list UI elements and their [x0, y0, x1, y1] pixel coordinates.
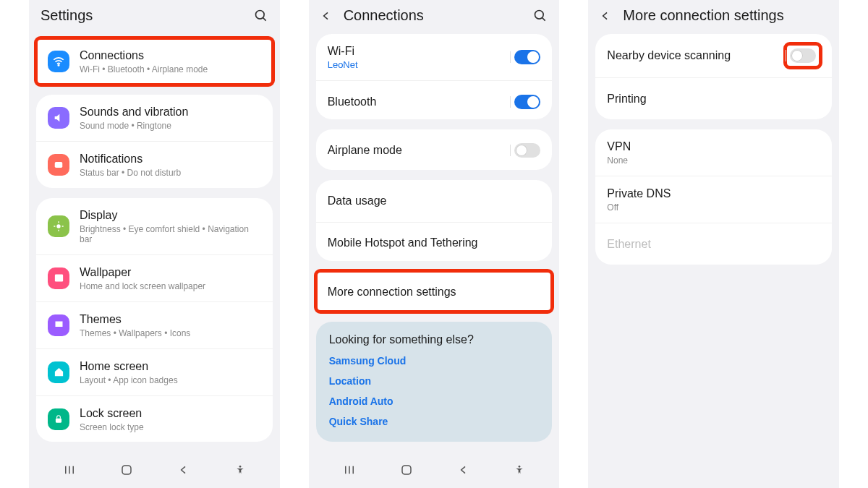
home-button[interactable] — [113, 459, 140, 481]
header: Settings — [29, 0, 280, 38]
back-button[interactable] — [171, 460, 197, 480]
wifi-item[interactable]: Wi-Fi LeoNet — [316, 34, 553, 80]
nearby-toggle-highlight — [786, 44, 820, 67]
more-group: Nearby device scanning Printing — [595, 34, 832, 119]
settings-group: Display Brightness • Eye comfort shield … — [36, 198, 273, 442]
hotspot-item[interactable]: Mobile Hotspot and Tethering — [316, 222, 553, 261]
settings-group: Sounds and vibration Sound mode • Ringto… — [36, 95, 273, 188]
more-connection-screen: More connection settings Nearby device s… — [588, 0, 839, 488]
bluetooth-toggle[interactable] — [514, 95, 540, 109]
connections-group: Wi-Fi LeoNet Bluetooth — [316, 34, 553, 119]
sounds-item[interactable]: Sounds and vibration Sound mode • Ringto… — [36, 95, 273, 141]
home-button[interactable] — [393, 459, 420, 481]
svg-rect-3 — [55, 162, 63, 168]
page-title: Connections — [344, 7, 534, 24]
nearby-toggle[interactable] — [790, 48, 816, 63]
page-title: Settings — [41, 7, 254, 24]
display-item[interactable]: Display Brightness • Eye comfort shield … — [36, 198, 273, 254]
ethernet-item: Ethernet — [595, 223, 832, 265]
svg-rect-10 — [56, 418, 61, 422]
connections-screen: Connections Wi-Fi LeoNet Bluetooth Airpl… — [309, 0, 560, 488]
header: More connection settings — [588, 0, 839, 34]
item-subtitle: Wi-Fi • Bluetooth • Airplane mode — [80, 64, 261, 74]
suggestion-card: Looking for something else? Samsung Clou… — [316, 322, 553, 442]
brightness-icon — [48, 215, 69, 237]
svg-rect-14 — [122, 466, 131, 474]
recents-button[interactable] — [336, 459, 363, 481]
svg-line-1 — [263, 17, 265, 20]
more-connection-item[interactable]: More connection settings — [316, 271, 553, 312]
svg-line-17 — [542, 17, 545, 20]
airplane-toggle[interactable] — [514, 143, 540, 158]
svg-point-4 — [56, 224, 60, 228]
nav-bar — [309, 452, 560, 488]
suggestion-link[interactable]: Quick Share — [329, 416, 540, 427]
bluetooth-item[interactable]: Bluetooth — [316, 80, 553, 119]
accessibility-button[interactable] — [227, 460, 253, 480]
nearby-item[interactable]: Nearby device scanning — [595, 34, 832, 77]
svg-point-15 — [239, 466, 241, 468]
suggestion-link[interactable]: Samsung Cloud — [329, 355, 540, 367]
lockscreen-item[interactable]: Lock screen Screen lock type — [36, 395, 273, 442]
wifi-icon — [48, 51, 69, 72]
image-icon — [48, 267, 69, 289]
suggestion-link[interactable]: Android Auto — [329, 395, 540, 407]
connections-group: Airplane mode — [316, 129, 553, 170]
svg-point-16 — [535, 10, 544, 19]
connections-item[interactable]: Connections Wi-Fi • Bluetooth • Airplane… — [36, 38, 273, 85]
search-icon[interactable] — [533, 9, 548, 23]
wifi-toggle[interactable] — [514, 50, 540, 64]
item-title: Connections — [80, 48, 261, 63]
settings-screen: Settings Connections Wi-Fi • Bluetooth •… — [29, 0, 280, 488]
notification-icon — [48, 154, 69, 176]
back-icon[interactable] — [320, 10, 332, 22]
search-icon[interactable] — [254, 9, 268, 23]
home-icon — [48, 361, 69, 383]
datausage-item[interactable]: Data usage — [316, 180, 553, 222]
printing-item[interactable]: Printing — [595, 77, 832, 119]
suggestion-link[interactable]: Location — [329, 375, 540, 387]
svg-rect-21 — [402, 466, 411, 474]
wallpaper-item[interactable]: Wallpaper Home and lock screen wallpaper — [36, 254, 273, 301]
accessibility-button[interactable] — [506, 460, 532, 480]
vpn-item[interactable]: VPN None — [595, 129, 832, 176]
airplane-item[interactable]: Airplane mode — [316, 129, 553, 170]
privatedns-item[interactable]: Private DNS Off — [595, 176, 832, 223]
palette-icon — [48, 314, 69, 336]
svg-point-22 — [519, 466, 521, 468]
header: Connections — [309, 0, 560, 34]
speaker-icon — [48, 107, 69, 129]
nav-bar — [29, 452, 280, 488]
suggestion-heading: Looking for something else? — [329, 333, 540, 346]
more-group: VPN None Private DNS Off Ethernet — [595, 129, 832, 265]
svg-point-0 — [255, 10, 264, 19]
themes-item[interactable]: Themes Themes • Wallpapers • Icons — [36, 301, 273, 348]
connections-group: Data usage Mobile Hotspot and Tethering — [316, 180, 553, 261]
svg-rect-9 — [54, 275, 62, 282]
homescreen-item[interactable]: Home screen Layout • App icon badges — [36, 348, 273, 395]
svg-point-2 — [58, 65, 59, 67]
back-button[interactable] — [451, 460, 477, 480]
lock-icon — [48, 408, 69, 430]
recents-button[interactable] — [56, 459, 83, 481]
notifications-item[interactable]: Notifications Status bar • Do not distur… — [36, 141, 273, 188]
page-title: More connection settings — [623, 7, 827, 24]
back-icon[interactable] — [600, 10, 611, 22]
